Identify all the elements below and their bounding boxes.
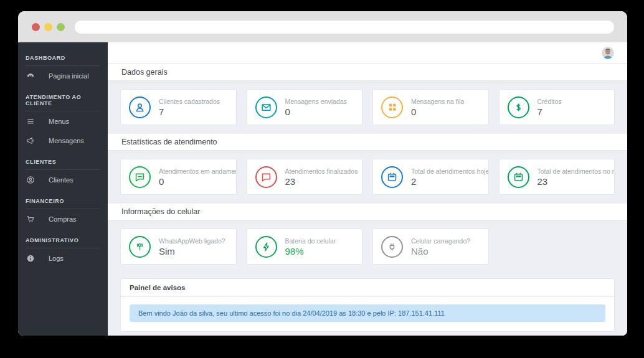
section-title-dados-gerais: Dados gerais (108, 64, 627, 81)
stat-icon-circle (255, 236, 277, 258)
sidebar: DASHBOARD Pagina inicial ATENDIMENTO AO … (18, 42, 108, 336)
minimize-button[interactable] (44, 23, 52, 31)
envelope-icon (260, 101, 272, 113)
sidebar-item-logs[interactable]: Logs (18, 248, 108, 268)
chat-bubble-icon (134, 171, 146, 183)
notices-panel: Painel de avisos Bem vindo João da silva… (120, 278, 615, 332)
grid-icon (387, 101, 398, 113)
sidebar-item-label: Pagina inicial (49, 72, 89, 80)
stat-card-atendimentos-mes: Total de atendimentos no mês 23 (499, 159, 615, 195)
stat-label: Celular carregando? (411, 237, 470, 245)
sidebar-section-title: ADMINISTRATIVO (18, 232, 108, 248)
sidebar-item-label: Compras (49, 215, 77, 223)
cards-row-estatisticas: Atendimentos em andamento 0 Atendimentos (108, 151, 627, 204)
user-circle-icon (26, 175, 35, 184)
close-button[interactable] (32, 23, 40, 31)
stat-card-atendimentos-hoje: Total de atendimentos hoje 2 (372, 159, 489, 195)
notices-panel-title: Painel de avisos (121, 279, 614, 297)
sidebar-section-clientes: CLIENTES Clientes (18, 154, 108, 189)
stat-icon-circle (129, 97, 151, 118)
sidebar-section-atendimento: ATENDIMENTO AO CLIENTE Menus (18, 89, 108, 150)
section-title-estatisticas: Estatísticas de atendimento (108, 134, 627, 151)
app-frame: DASHBOARD Pagina inicial ATENDIMENTO AO … (18, 42, 627, 336)
stat-card-clientes-cadastrados: Clientes cadastrados 7 (120, 89, 237, 125)
stat-label: Total de atendimentos no mês (537, 167, 615, 175)
stat-value: 7 (537, 106, 562, 117)
stat-icon-circle (381, 97, 403, 118)
menu-bars-icon (26, 116, 35, 126)
dashboard-icon (26, 71, 35, 80)
stat-icon-circle (381, 166, 403, 188)
notices-panel-body: Bem vindo João da silva, seu ultimo aces… (121, 297, 614, 331)
stat-label: Total de atendimentos hoje (411, 167, 488, 175)
stat-card-whatsappweb-ligado: WhatsAppWeb ligado? Sim (120, 228, 237, 265)
sidebar-section-financeiro: FINANCEIRO Compras (18, 193, 108, 228)
sidebar-section-title: DASHBOARD (18, 50, 108, 65)
bolt-icon (260, 241, 272, 253)
antenna-icon (134, 241, 146, 253)
stat-label: Clientes cadastrados (159, 98, 220, 105)
stat-label: Mensagens enviadas (285, 98, 347, 105)
dollar-icon (513, 101, 524, 113)
stat-value: 2 (411, 176, 488, 187)
calendar-icon (386, 171, 398, 183)
stat-label: Créditos (537, 98, 562, 105)
sidebar-item-label: Mensagens (49, 137, 84, 144)
stat-value: 23 (285, 176, 358, 187)
stat-value: 0 (285, 106, 347, 117)
stat-card-mensagens-enviadas: Mensagens enviadas 0 (247, 89, 363, 125)
stat-card-atendimentos-finalizados: Atendimentos finalizados 23 (247, 159, 363, 195)
browser-window: DASHBOARD Pagina inicial ATENDIMENTO AO … (18, 11, 627, 336)
stat-label: Atendimentos finalizados (285, 167, 358, 175)
app-header (108, 42, 627, 64)
stat-card-creditos: Créditos 7 (499, 89, 615, 125)
stat-value: 7 (159, 106, 220, 117)
stat-value: 98% (285, 246, 336, 257)
stat-icon-circle (508, 97, 529, 118)
cards-row-dados-gerais: Clientes cadastrados 7 Mensagens enviada (108, 81, 627, 134)
stat-value: Sim (159, 246, 225, 257)
stat-icon-circle (255, 97, 277, 118)
stat-value: Não (411, 246, 470, 257)
stat-card-celular-carregando: Celular carregando? Não (372, 228, 489, 265)
sidebar-section-title: CLIENTES (18, 154, 108, 169)
browser-titlebar (18, 11, 627, 42)
sidebar-item-compras[interactable]: Compras (18, 209, 108, 228)
cart-icon (26, 214, 35, 224)
stat-icon-circle (129, 236, 151, 258)
sidebar-item-clientes[interactable]: Clientes (18, 170, 108, 189)
stat-icon-circle (508, 166, 529, 188)
chat-bubble-icon (260, 171, 272, 183)
info-icon (26, 253, 35, 263)
stat-card-mensagens-na-fila: Mensagens na fila 0 (372, 89, 489, 125)
stat-card-bateria-celular: Bateria do celular 98% (247, 228, 363, 265)
calendar-icon (513, 171, 524, 183)
stat-label: Bateria do celular (285, 237, 336, 245)
stat-value: 23 (537, 176, 615, 187)
sidebar-section-dashboard: DASHBOARD Pagina inicial (18, 50, 108, 85)
cards-row-informacoes-celular: WhatsAppWeb ligado? Sim Bateria do celul (108, 220, 627, 273)
megaphone-icon (26, 136, 35, 145)
user-avatar[interactable] (602, 47, 614, 59)
stat-icon-circle (255, 166, 277, 188)
stat-label: Atendimentos em andamento (159, 167, 236, 175)
sidebar-item-label: Menus (49, 118, 69, 125)
stat-icon-circle (129, 166, 151, 188)
sidebar-item-mensagens[interactable]: Mensagens (18, 131, 108, 150)
sidebar-item-menus[interactable]: Menus (18, 111, 108, 131)
stat-value: 0 (159, 176, 236, 187)
sidebar-item-pagina-inicial[interactable]: Pagina inicial (18, 66, 108, 85)
stat-label: Mensagens na fila (411, 98, 464, 105)
stat-value: 0 (411, 106, 464, 117)
maximize-button[interactable] (57, 23, 65, 31)
stat-label: WhatsAppWeb ligado? (159, 237, 225, 245)
plug-icon (386, 241, 398, 253)
main-content: Dados gerais Clientes cadastrados 7 (108, 42, 627, 336)
welcome-alert: Bem vindo João da silva, seu ultimo aces… (130, 304, 605, 322)
sidebar-section-title: ATENDIMENTO AO CLIENTE (18, 89, 108, 111)
browser-address-bar[interactable] (75, 21, 614, 34)
window-controls (32, 23, 65, 31)
sidebar-item-label: Clientes (49, 176, 73, 184)
sidebar-section-administrativo: ADMINISTRATIVO Logs (18, 232, 108, 268)
sidebar-section-title: FINANCEIRO (18, 193, 108, 209)
